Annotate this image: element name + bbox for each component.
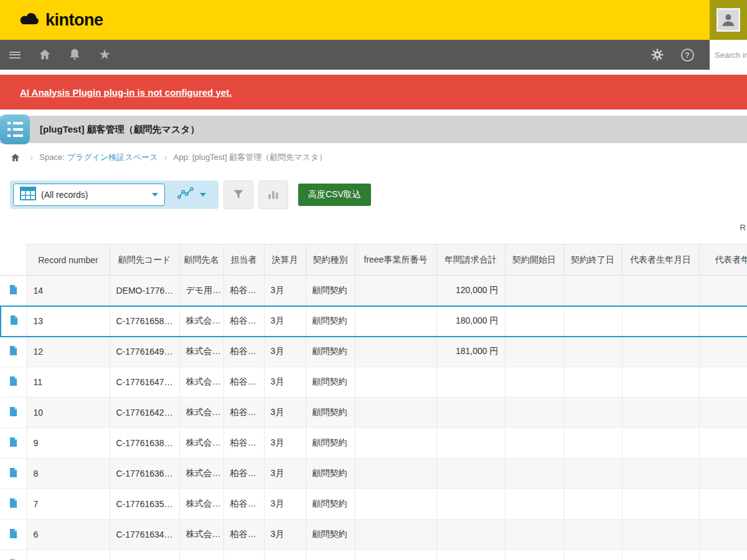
- cell-contract-end: [563, 428, 622, 459]
- cell-annual-billing-total: 181,000 円: [436, 337, 505, 367]
- cell-rep-birthday: [622, 489, 699, 520]
- breadcrumb-space-link[interactable]: プラグイン検証スペース: [67, 152, 157, 162]
- app-icon[interactable]: [0, 114, 30, 144]
- record-document-icon[interactable]: [10, 315, 18, 325]
- table-row[interactable]: 14 DEMO-1776… デモ用… 柏谷… 3月 顧問契約 120,000 円: [1, 276, 747, 306]
- cell-rep-age: [699, 367, 747, 398]
- column-header-contract-type[interactable]: 契約種別: [306, 245, 355, 276]
- table-row[interactable]: 9 C-17761638… 株式会… 柏谷… 3月 顧問契約: [1, 428, 747, 459]
- cell-contract-end: [563, 489, 622, 520]
- cell-fiscal-month: 3月: [264, 367, 306, 398]
- cell-client-name: 株式会…: [179, 550, 223, 560]
- cell-manager: 柏谷…: [223, 276, 264, 306]
- global-navbar: ★ ? Search in: [0, 40, 747, 70]
- cell-annual-billing-total: [436, 550, 505, 560]
- home-icon[interactable]: [30, 40, 60, 70]
- cell-contract-start: [505, 367, 563, 398]
- table-row[interactable]: 8 C-17761636… 株式会… 柏谷… 3月 顧問契約: [1, 459, 747, 489]
- record-document-icon[interactable]: [9, 345, 17, 356]
- column-header-rep-age[interactable]: 代表者年齢: [699, 245, 747, 276]
- chart-menu-button[interactable]: [165, 180, 218, 209]
- cell-record-number: 11: [27, 367, 110, 398]
- column-header-client-name[interactable]: 顧問先名: [179, 245, 223, 276]
- user-avatar-button[interactable]: [710, 0, 747, 40]
- column-header-annual-billing-total[interactable]: 年間請求合計: [436, 245, 505, 276]
- breadcrumb-separator: ›: [164, 152, 167, 163]
- column-header-record-number[interactable]: Record number: [27, 245, 110, 276]
- cell-fiscal-month: 3月: [264, 306, 306, 337]
- cell-contract-type: 顧問契約: [306, 459, 355, 489]
- table-row[interactable]: 6 C-17761634… 株式会… 柏谷… 3月 顧問契約: [1, 520, 747, 550]
- cell-fiscal-month: 3月: [264, 276, 306, 306]
- cell-annual-billing-total: [436, 428, 505, 459]
- filter-button[interactable]: [223, 180, 253, 209]
- notifications-bell-icon[interactable]: [60, 40, 90, 70]
- cell-freee-office-no: [355, 520, 436, 550]
- view-selector[interactable]: (All records): [13, 184, 165, 206]
- record-icon-cell: [1, 520, 27, 550]
- cell-rep-birthday: [622, 306, 699, 337]
- cell-fiscal-month: 3月: [264, 428, 306, 459]
- chevron-down-icon: [200, 193, 206, 197]
- column-header-fiscal-month[interactable]: 決算月: [264, 245, 306, 276]
- cell-record-number: 8: [27, 459, 110, 489]
- table-row[interactable]: 11 C-17761647… 株式会… 柏谷… 3月 顧問契約: [1, 367, 747, 398]
- cell-annual-billing-total: [436, 520, 505, 550]
- cell-fiscal-month: 3月: [264, 459, 306, 489]
- chart-button[interactable]: [258, 180, 288, 209]
- settings-gear-icon[interactable]: [642, 40, 672, 70]
- table-row[interactable]: 13 C-17761658… 株式会… 柏谷… 3月 顧問契約 180,000 …: [1, 306, 747, 337]
- cell-fiscal-month: 3月: [264, 337, 306, 367]
- cell-freee-office-no: [355, 428, 436, 459]
- table-row[interactable]: 12 C-17761649… 株式会… 柏谷… 3月 顧問契約 181,000 …: [1, 337, 747, 367]
- cell-contract-start: [505, 337, 563, 367]
- search-input[interactable]: Search in: [710, 40, 747, 70]
- cell-contract-start: [505, 550, 563, 560]
- cell-fiscal-month: 3月: [264, 398, 306, 428]
- record-icon-cell: [1, 276, 27, 306]
- cell-client-code: C-17761634…: [110, 520, 179, 550]
- column-header-contract-start[interactable]: 契約開始日: [505, 245, 563, 276]
- record-document-icon[interactable]: [9, 376, 17, 386]
- cell-contract-type: 顧問契約: [306, 367, 355, 398]
- help-icon[interactable]: ?: [672, 40, 702, 70]
- view-toolbar: (All records) 高度CSV取込: [0, 179, 747, 210]
- plugin-warning-link[interactable]: AI Analysis Plugin plug-in is not config…: [20, 87, 232, 98]
- cell-record-number: 10: [27, 398, 110, 428]
- record-icon-cell: [1, 398, 27, 428]
- record-icon-cell: [1, 489, 27, 520]
- records-info: R: [0, 223, 747, 234]
- column-header-client-code[interactable]: 顧問先コード: [110, 245, 179, 276]
- column-header-rep-birthday[interactable]: 代表者生年月日: [622, 245, 699, 276]
- record-document-icon[interactable]: [9, 467, 17, 478]
- cell-record-number: 13: [27, 306, 110, 337]
- breadcrumb-space-label: Space:: [39, 152, 64, 162]
- column-header-contract-end[interactable]: 契約終了日: [563, 245, 622, 276]
- column-header-freee-office-no[interactable]: freee事業所番号: [355, 245, 436, 276]
- cell-contract-start: [505, 489, 563, 520]
- breadcrumb-separator: ›: [30, 152, 33, 163]
- column-header-manager[interactable]: 担当者: [223, 245, 264, 276]
- breadcrumb-app: App: [plugTest] 顧客管理（顧問先マスタ）: [174, 152, 327, 163]
- record-document-icon[interactable]: [9, 284, 17, 295]
- cell-rep-birthday: [622, 398, 699, 428]
- cell-contract-end: [563, 459, 622, 489]
- cell-manager: 柏谷…: [223, 459, 264, 489]
- favorites-star-icon[interactable]: ★: [90, 40, 120, 70]
- record-document-icon[interactable]: [9, 437, 17, 447]
- cell-client-name: 株式会…: [179, 306, 223, 337]
- csv-import-button[interactable]: 高度CSV取込: [298, 184, 371, 206]
- cell-annual-billing-total: [436, 489, 505, 520]
- record-document-icon[interactable]: [9, 498, 17, 508]
- cell-contract-start: [505, 306, 563, 337]
- user-icon: [720, 12, 736, 28]
- table-row[interactable]: 10 C-17761642… 株式会… 柏谷… 3月 顧問契約: [1, 398, 747, 428]
- breadcrumb-home-icon[interactable]: [6, 152, 24, 163]
- table-row[interactable]: 7 C-17761635… 株式会… 柏谷… 3月 顧問契約: [1, 489, 747, 520]
- table-row[interactable]: 5 C-17761633… 株式会… 柏谷… 3月 顧問契約: [1, 550, 747, 560]
- kintone-logo[interactable]: kintone: [19, 11, 103, 30]
- plugin-warning-banner: AI Analysis Plugin plug-in is not config…: [0, 75, 747, 110]
- menu-icon[interactable]: [0, 40, 30, 70]
- record-document-icon[interactable]: [9, 528, 17, 539]
- record-document-icon[interactable]: [9, 406, 17, 417]
